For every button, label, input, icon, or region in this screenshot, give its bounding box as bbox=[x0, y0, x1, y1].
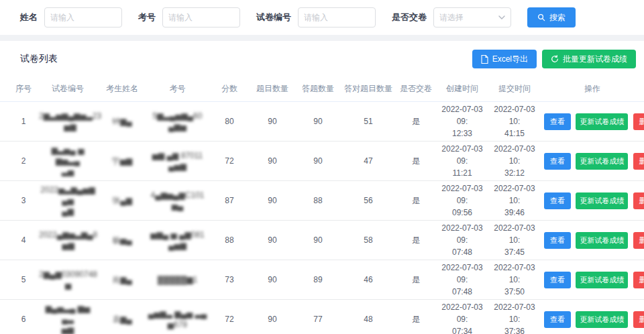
cell-question-count: 90 bbox=[250, 142, 295, 181]
update-score-button[interactable]: 更新试卷成绩 bbox=[576, 113, 628, 130]
cell-created-at: 2022-07-03 09: 07:48 bbox=[436, 260, 488, 300]
name-input[interactable] bbox=[44, 7, 122, 27]
col-paper-id: 试卷编号 bbox=[37, 76, 99, 102]
cell-exam-no: ▅▆ ▄▆ 87011 ▄▅▆ bbox=[146, 142, 209, 181]
redacted-candidate-name: 肖▆▄ bbox=[112, 274, 132, 285]
cell-candidate-name: 杨▅▄ bbox=[99, 221, 146, 260]
cell-submitted: 是 bbox=[396, 300, 436, 334]
update-score-button[interactable]: 更新试卷成绩 bbox=[576, 232, 628, 249]
cell-actions: 查看 更新试卷成绩 删除 bbox=[541, 300, 644, 334]
update-score-button[interactable]: 更新试卷成绩 bbox=[576, 153, 628, 170]
cell-answered-count: 90 bbox=[295, 221, 341, 260]
list-section-header: 试卷列表 Excel导出 批量更新试卷成绩 bbox=[0, 41, 644, 68]
redacted-paper-id: ▆▄▅▃▄ ▆▅ ▄▃ ▅▆ bbox=[39, 303, 97, 334]
search-bar: 姓名 考号 试卷编号 是否交卷 请选择 搜索 bbox=[0, 0, 644, 35]
view-button[interactable]: 查看 bbox=[544, 311, 571, 328]
col-submitted-at: 提交时间 bbox=[488, 76, 541, 102]
header-buttons: Excel导出 批量更新试卷成绩 bbox=[472, 50, 636, 68]
redacted-candidate-name: 袁▆▄ bbox=[112, 314, 132, 325]
redacted-exam-no: ▓▓▓▓▓▆1 bbox=[158, 274, 198, 285]
redacted-paper-id: 2▆▃▅▆▄▆▅▃23 ▅▆ bbox=[39, 111, 101, 132]
cell-candidate-name: 张▄▆ bbox=[99, 181, 146, 221]
redacted-candidate-name: 杨▅▄ bbox=[112, 235, 132, 245]
batch-update-button[interactable]: 批量更新试卷成绩 bbox=[542, 50, 636, 68]
search-button[interactable]: 搜索 bbox=[527, 7, 576, 27]
cell-submitted-at: 2022-07-03 10: 39:46 bbox=[488, 181, 541, 221]
cell-correct-count: 48 bbox=[341, 300, 396, 334]
view-button[interactable]: 查看 bbox=[544, 272, 571, 288]
cell-submitted: 是 bbox=[396, 181, 436, 221]
cell-score: 87 bbox=[209, 181, 250, 221]
view-button[interactable]: 查看 bbox=[544, 113, 571, 130]
cell-score: 72 bbox=[209, 300, 250, 334]
cell-correct-count: 51 bbox=[341, 102, 396, 142]
col-answered-count: 答题数量 bbox=[295, 76, 341, 102]
page-title: 试卷列表 bbox=[20, 53, 58, 65]
section-divider bbox=[0, 35, 644, 41]
delete-button[interactable]: 删除 bbox=[633, 232, 644, 249]
exam-no-label: 考号 bbox=[138, 11, 156, 23]
field-exam-no: 考号 bbox=[138, 7, 240, 27]
table-body: 1 2▆▃▅▆▄▆▅▃23 ▅▆ 钟▆▄ 5▆▃▄▅▆▄60 ▄▆▅ 80 90… bbox=[0, 102, 644, 334]
cell-score: 88 bbox=[209, 221, 250, 260]
cell-score: 80 bbox=[209, 102, 250, 142]
delete-button[interactable]: 删除 bbox=[633, 272, 644, 288]
redacted-paper-id: 2▆▄▆03090748 ▅ bbox=[39, 269, 97, 290]
cell-created-at: 2022-07-03 09: 11:21 bbox=[436, 142, 488, 181]
col-actions: 操作 bbox=[541, 76, 644, 102]
table-row: 1 2▆▃▅▆▄▆▅▃23 ▅▆ 钟▆▄ 5▆▃▄▅▆▄60 ▄▆▅ 80 90… bbox=[0, 102, 644, 142]
redacted-exam-no: 5▆▃▄▅▆▄60 ▄▆▅ bbox=[153, 111, 203, 132]
cell-actions: 查看 更新试卷成绩 删除 bbox=[541, 221, 644, 260]
paper-id-input[interactable] bbox=[298, 7, 376, 27]
submitted-select-placeholder: 请选择 bbox=[439, 12, 464, 23]
cell-candidate-name: 袁▆▄ bbox=[99, 300, 146, 334]
update-score-button[interactable]: 更新试卷成绩 bbox=[576, 272, 628, 288]
cell-candidate-name: 钟▆▄ bbox=[99, 102, 146, 142]
col-submitted: 是否交卷 bbox=[396, 76, 436, 102]
submitted-label: 是否交卷 bbox=[392, 11, 427, 23]
cell-actions: 查看 更新试卷成绩 删除 bbox=[541, 142, 644, 181]
view-button[interactable]: 查看 bbox=[544, 192, 571, 209]
cell-exam-no: 4▄▆▅▄▆C101 ▅▄ bbox=[146, 181, 209, 221]
cell-paper-id: ▆▄▅▃▄ ▆▅ ▄▃ ▅▆ bbox=[37, 300, 99, 334]
cell-correct-count: 56 bbox=[341, 181, 396, 221]
submitted-select[interactable]: 请选择 bbox=[433, 7, 511, 27]
redacted-candidate-name: 张▄▆ bbox=[112, 195, 132, 206]
delete-button[interactable]: 删除 bbox=[633, 192, 644, 209]
cell-question-count: 90 bbox=[250, 181, 295, 221]
view-button[interactable]: 查看 bbox=[544, 232, 571, 249]
excel-export-button[interactable]: Excel导出 bbox=[472, 50, 537, 68]
cell-submitted: 是 bbox=[396, 221, 436, 260]
cell-question-count: 90 bbox=[250, 260, 295, 300]
redacted-paper-id: ▆▃▅▄ ▅ ▆▅▃▄ ▃▅ bbox=[39, 145, 97, 178]
update-score-button[interactable]: 更新试卷成绩 bbox=[576, 311, 628, 328]
name-label: 姓名 bbox=[20, 11, 38, 23]
field-name: 姓名 bbox=[20, 7, 122, 27]
cell-index: 5 bbox=[0, 260, 37, 300]
exam-no-input[interactable] bbox=[162, 7, 240, 27]
table-row: 3 2022▅▃▆▄▅▆ ▄▅ ▄▆ 张▄▆ 4▄▆▅▄▆C101 ▅▄ 87 … bbox=[0, 181, 644, 221]
cell-question-count: 90 bbox=[250, 102, 295, 142]
update-score-button[interactable]: 更新试卷成绩 bbox=[576, 192, 628, 209]
cell-correct-count: 58 bbox=[341, 221, 396, 260]
cell-created-at: 2022-07-03 09: 12:33 bbox=[436, 102, 488, 142]
cell-actions: 查看 更新试卷成绩 删除 bbox=[541, 181, 644, 221]
field-submitted: 是否交卷 请选择 bbox=[392, 7, 511, 27]
redacted-exam-no: ▅▆ ▄▆ 87011 ▄▅▆ bbox=[152, 150, 203, 172]
table-header-row: 序号 试卷编号 考生姓名 考号 分数 题目数量 答题数量 答对题目数量 是否交卷… bbox=[0, 76, 644, 102]
cell-candidate-name: 肖▆▄ bbox=[99, 260, 146, 300]
cell-index: 6 bbox=[0, 300, 37, 334]
cell-answered-count: 77 bbox=[295, 300, 341, 334]
cell-index: 3 bbox=[0, 181, 37, 221]
cell-score: 73 bbox=[209, 260, 250, 300]
delete-button[interactable]: 删除 bbox=[633, 153, 644, 170]
view-button[interactable]: 查看 bbox=[544, 153, 571, 170]
cell-question-count: 90 bbox=[250, 221, 295, 260]
cell-created-at: 2022-07-03 09: 07:48 bbox=[436, 221, 488, 260]
search-button-label: 搜索 bbox=[549, 12, 566, 23]
table-row: 4 2022▄▆▅▃▆▄8 ▅▆ 杨▅▄ ▅▆▄ ▅ ▄▆081 ▄▅▆ 88 … bbox=[0, 221, 644, 260]
paper-id-label: 试卷编号 bbox=[256, 11, 291, 23]
delete-button[interactable]: 删除 bbox=[633, 311, 644, 328]
cell-paper-id: 2▆▄▆03090748 ▅ bbox=[37, 260, 99, 300]
delete-button[interactable]: 删除 bbox=[633, 113, 644, 130]
